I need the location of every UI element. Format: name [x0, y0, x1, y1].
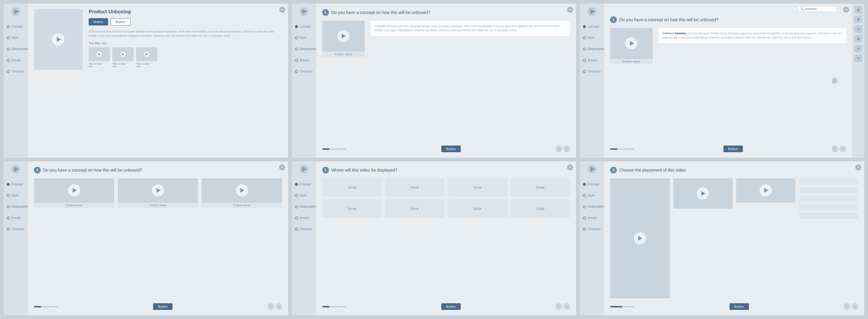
close-button-4[interactable]: ✕ [279, 164, 285, 170]
rp-icon-4[interactable]: ▦ [855, 35, 862, 42]
social-cell-7[interactable]: Social [448, 200, 507, 218]
next-button-4[interactable]: Button [153, 303, 173, 310]
play-circle-c1[interactable] [68, 184, 80, 197]
sidebar-item-style-1[interactable]: Style [4, 35, 28, 41]
play-circle-c3[interactable] [236, 184, 248, 197]
close-button-5[interactable]: ✕ [567, 164, 573, 170]
sidebar-item-assets-1[interactable]: Assets [4, 57, 28, 63]
mini-play-1[interactable] [97, 51, 102, 57]
sidebar-play-icon-5[interactable] [300, 165, 308, 173]
social-cell-1[interactable]: Social [322, 178, 382, 197]
close-button-1[interactable]: ✕ [279, 7, 285, 13]
side-item-3[interactable] [799, 195, 858, 202]
chevron-right-3[interactable]: › [832, 78, 838, 84]
sidebar-item-checkout-6[interactable]: Checkout [580, 226, 604, 232]
sidebar-item-checkout-2[interactable]: Checkout [292, 69, 316, 74]
rp-icon-2[interactable]: ▦ [855, 16, 862, 23]
side-item-1[interactable] [799, 178, 858, 185]
placement-thumb-2[interactable] [673, 178, 733, 209]
next-arrow-6[interactable]: › [851, 303, 858, 310]
sidebar-item-assets-2[interactable]: Assets [292, 57, 316, 63]
sidebar-item-concept-6[interactable]: Concept [580, 181, 604, 187]
sidebar-play-icon-3[interactable] [588, 7, 596, 16]
sidebar-item-style-3[interactable]: Style [580, 35, 604, 41]
next-arrow-3[interactable]: › [839, 146, 846, 152]
sidebar-item-concept-3[interactable]: Concept [580, 24, 604, 29]
play-circle-p2[interactable] [697, 187, 709, 200]
play-circle[interactable] [52, 33, 64, 45]
next-button-3[interactable]: Button [723, 146, 743, 152]
search-input-3[interactable] [805, 7, 833, 11]
sidebar-play-icon-1[interactable] [11, 7, 20, 16]
search-bar-3[interactable]: 🔍 [798, 6, 837, 12]
sidebar-item-checkout-1[interactable]: Checkout [4, 69, 28, 74]
side-item-5[interactable] [799, 212, 858, 219]
sidebar-item-style-5[interactable]: Style [292, 192, 316, 198]
prev-arrow-5[interactable]: ‹ [556, 303, 562, 310]
social-cell-3[interactable]: Social [448, 178, 507, 197]
secondary-button-1[interactable]: Button [111, 18, 131, 26]
next-button-5[interactable]: Button [441, 303, 461, 310]
sidebar-item-deliverables-5[interactable]: Deliverables [292, 204, 316, 210]
next-arrow-5[interactable]: › [563, 303, 570, 310]
rp-icon-5[interactable]: ⚙ [855, 45, 862, 52]
side-item-2[interactable] [799, 187, 858, 193]
product-unboxing-title: Product Unboxing [89, 9, 282, 14]
rp-icon-1[interactable]: ▦ [855, 6, 862, 13]
play-circle-p1[interactable] [634, 232, 646, 244]
sidebar-item-concept-5[interactable]: Concept [292, 181, 316, 187]
sidebar-item-concept-4[interactable]: Concept [4, 181, 28, 187]
social-cell-6[interactable]: Social [385, 200, 445, 218]
play-circle-c2[interactable] [152, 184, 164, 197]
social-cell-4[interactable]: Social [510, 178, 570, 197]
sidebar-item-deliverables-1[interactable]: Deliverables [4, 46, 28, 52]
chevron-icon-3[interactable]: › [832, 78, 838, 84]
next-button-2[interactable]: Button [441, 146, 461, 152]
sidebar-play-icon-4[interactable] [11, 165, 20, 173]
sidebar-play-icon-6[interactable] [588, 165, 596, 173]
rp-icon-6[interactable]: ⚙ [855, 55, 862, 62]
sidebar-item-assets-6[interactable]: Assets [580, 215, 604, 221]
sidebar-item-checkout-5[interactable]: Checkout [292, 226, 316, 232]
close-button-3[interactable]: ✕ [843, 7, 849, 13]
mini-play-3[interactable] [144, 51, 149, 57]
social-cell-8[interactable]: Social [510, 200, 570, 218]
prev-arrow-4[interactable]: ‹ [268, 303, 274, 310]
prev-arrow-6[interactable]: ‹ [844, 303, 850, 310]
next-button-6[interactable]: Button [730, 303, 749, 310]
play-circle-2[interactable] [337, 30, 349, 42]
rp-icon-3[interactable]: ⚙ [855, 26, 862, 33]
social-cell-2[interactable]: Social [385, 178, 445, 197]
sidebar-item-deliverables-2[interactable]: Deliverables [292, 46, 316, 52]
close-button-2[interactable]: ✕ [567, 7, 573, 13]
close-button-6[interactable]: ✕ [855, 164, 861, 170]
sidebar-item-checkout-4[interactable]: Checkout [4, 226, 28, 232]
sidebar-item-style-4[interactable]: Style [4, 192, 28, 198]
sidebar-play-icon-2[interactable] [300, 7, 308, 16]
primary-button-1[interactable]: Button [89, 18, 108, 26]
play-circle-3[interactable] [625, 37, 638, 49]
sidebar-label: Deliverables [300, 205, 316, 208]
placement-thumb-1[interactable] [610, 178, 670, 298]
prev-arrow-3[interactable]: ‹ [832, 146, 838, 152]
prev-arrow-2[interactable]: ‹ [556, 146, 562, 152]
sidebar-item-style-2[interactable]: Style [292, 35, 316, 41]
sidebar-item-deliverables-3[interactable]: Deliverables [580, 46, 604, 52]
sidebar-item-deliverables-4[interactable]: Deliverables [4, 204, 28, 210]
next-arrow-4[interactable]: › [276, 303, 282, 310]
sidebar-item-checkout-3[interactable]: Checkout [580, 69, 604, 74]
mini-card-price-2: $$$ [112, 65, 134, 68]
sidebar-item-assets-3[interactable]: Assets [580, 57, 604, 63]
mini-play-2[interactable] [120, 51, 126, 57]
sidebar-item-assets-4[interactable]: Assets [4, 215, 28, 221]
play-circle-p3[interactable] [760, 184, 772, 197]
next-arrow-2[interactable]: › [563, 146, 570, 152]
sidebar-item-concept-2[interactable]: Concept [292, 24, 316, 29]
side-item-4[interactable] [799, 204, 858, 210]
sidebar-item-concept-1[interactable]: Concept [4, 24, 28, 29]
sidebar-item-style-6[interactable]: Style [580, 192, 604, 198]
sidebar-item-deliverables-6[interactable]: Deliverables [580, 204, 604, 210]
social-cell-5[interactable]: Social [322, 200, 382, 218]
placement-thumb-3[interactable] [736, 178, 796, 203]
sidebar-item-assets-5[interactable]: Assets [292, 215, 316, 221]
